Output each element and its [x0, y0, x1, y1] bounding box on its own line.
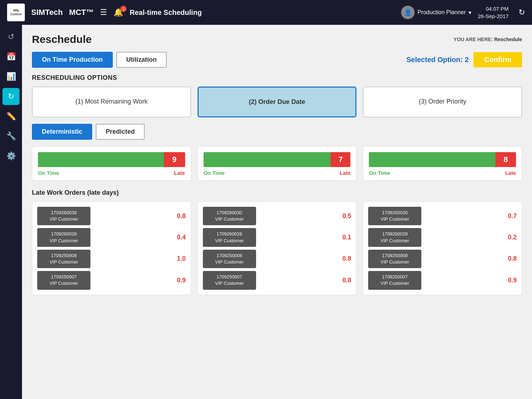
- sidebar-item-chart[interactable]: 📊: [2, 68, 20, 85]
- tab-on-time-production[interactable]: On Time Production: [32, 52, 113, 68]
- sidebar-item-settings[interactable]: ⚙️: [2, 148, 20, 165]
- list-item: 1709260030VIP Customer 0.7: [368, 207, 517, 225]
- time: 04:07 PM: [478, 5, 509, 12]
- stat-bar-row-3: 29 8: [369, 152, 516, 167]
- lwo-value: 0.8: [342, 255, 351, 262]
- sidebar-item-realtime[interactable]: ↻: [2, 88, 20, 105]
- lwo-label: 1709260028VIP Customer: [37, 228, 90, 246]
- page-title: Reschedule: [32, 33, 92, 45]
- lwo-label: 1709250007VIP Customer: [203, 271, 256, 289]
- menu-icon[interactable]: ☰: [100, 8, 107, 17]
- rescheduling-options-header: RESCHEDULING OPTIONS: [32, 74, 522, 82]
- option-1-most-remaining-work[interactable]: (1) Most Remaining Work: [32, 87, 191, 117]
- lwo-value: 0.4: [177, 234, 186, 241]
- lwo-value: 0.9: [177, 277, 186, 284]
- list-item: 1709250007VIP Customer 0.9: [37, 271, 186, 289]
- lwo-value: 0.7: [508, 212, 517, 220]
- you-are-here-label: YOU ARE HERE:: [454, 37, 493, 42]
- list-item: 1709260030VIP Customer 0.5: [203, 207, 351, 225]
- lwo-label: 1709250007VIP Customer: [37, 271, 90, 289]
- mct-label: MCT™: [69, 8, 94, 17]
- app-title: Real-time Scheduling: [129, 9, 201, 17]
- options-grid: (1) Most Remaining Work (2) Order Due Da…: [32, 87, 522, 117]
- late-value-3: 8: [504, 155, 508, 164]
- lwo-label: 1709260028VIP Customer: [203, 228, 256, 246]
- view-tabs: On Time Production Utilization: [32, 52, 167, 68]
- tab-utilization[interactable]: Utilization: [116, 52, 167, 68]
- on-time-label-2: On Time: [204, 170, 225, 176]
- option-2-label: (2) Order Due Date: [249, 98, 305, 105]
- lwo-value: 0.1: [342, 234, 351, 241]
- lwo-label: 1709260030VIP Customer: [368, 207, 421, 225]
- det-predicted-row: Deterministic Predicted: [32, 124, 522, 140]
- sidebar-item-reschedule[interactable]: ↺: [2, 28, 20, 45]
- lwo-value: 0.8: [342, 277, 351, 284]
- logo: MfgControl: [7, 4, 25, 21]
- breadcrumb-row: Reschedule YOU ARE HERE: Reschedule: [32, 33, 522, 45]
- list-item: 1709260028VIP Customer 0.2: [368, 228, 517, 246]
- lwo-label: 1709260028VIP Customer: [368, 228, 421, 246]
- user-dropdown-icon[interactable]: ▾: [469, 9, 471, 16]
- selected-option-label: Selected Option: 2: [406, 56, 469, 64]
- deterministic-button[interactable]: Deterministic: [32, 124, 92, 140]
- lwo-value: 0.9: [508, 277, 517, 284]
- sidebar-item-tools[interactable]: 🔧: [2, 128, 20, 145]
- on-time-value-2: 30: [263, 155, 271, 164]
- sidebar-item-edit[interactable]: ✏️: [2, 108, 20, 125]
- option-1-label: (1) Most Remaining Work: [75, 98, 148, 105]
- user-info[interactable]: 👤 Production Planner ▾: [401, 6, 471, 19]
- lwo-label: 1709250008VIP Customer: [203, 250, 256, 268]
- stat-bar-red-3: 8: [495, 152, 516, 167]
- stat-bar-green-3: 29: [369, 152, 495, 167]
- late-label-1: Late: [174, 170, 185, 176]
- action-area: Selected Option: 2 Confirm: [406, 52, 522, 67]
- option-3-order-priority[interactable]: (3) Order Priority: [363, 87, 522, 117]
- sidebar-item-calendar[interactable]: 📅: [2, 48, 20, 65]
- stat-bar-row-1: 28 9: [38, 152, 185, 167]
- stat-bar-row-2: 30 7: [204, 152, 351, 167]
- avatar: 👤: [401, 6, 415, 19]
- brand-name: SIMTech: [31, 8, 63, 17]
- list-item: 1709250007VIP Customer 0.8: [203, 271, 351, 289]
- lwo-label: 1709250008VIP Customer: [368, 250, 421, 268]
- late-value-1: 9: [172, 155, 177, 164]
- notification-bell[interactable]: 🔔 1: [113, 8, 123, 17]
- option-2-order-due-date[interactable]: (2) Order Due Date: [198, 87, 357, 117]
- list-item: 1709260028VIP Customer 0.1: [203, 228, 351, 246]
- confirm-button[interactable]: Confirm: [473, 52, 522, 67]
- predicted-button[interactable]: Predicted: [96, 124, 145, 140]
- late-label-2: Late: [339, 170, 350, 176]
- on-time-value-1: 28: [96, 155, 105, 164]
- late-work-orders-header: Late Work Orders (late days): [32, 189, 522, 196]
- stat-bar-red-1: 9: [164, 152, 185, 167]
- lwo-value: 0.8: [177, 212, 186, 220]
- stat-card-2: 30 7 On Time Late: [198, 146, 357, 181]
- refresh-icon[interactable]: ↻: [519, 8, 525, 17]
- lwo-label: 1709260030VIP Customer: [203, 207, 256, 225]
- lwo-card-1: 1709260030VIP Customer 0.8 1709260028VIP…: [32, 201, 191, 295]
- breadcrumb: YOU ARE HERE: Reschedule: [454, 37, 522, 42]
- main-content: Reschedule YOU ARE HERE: Reschedule On T…: [22, 25, 532, 399]
- on-time-label-1: On Time: [38, 170, 59, 176]
- on-time-value-3: 29: [428, 155, 436, 164]
- lwo-card-2: 1709260030VIP Customer 0.5 1709260028VIP…: [198, 201, 357, 295]
- option-3-label: (3) Order Priority: [419, 98, 466, 105]
- stat-bar-red-2: 7: [331, 152, 350, 167]
- list-item: 1709250008VIP Customer 0.8: [203, 250, 351, 268]
- date: 26-Sep-2017: [478, 12, 509, 20]
- lwo-label: 1709260030VIP Customer: [37, 207, 90, 225]
- list-item: 1709250007VIP Customer 0.9: [368, 271, 517, 289]
- notification-badge: 1: [120, 6, 127, 12]
- lwo-value: 0.5: [342, 212, 351, 220]
- stat-card-3: 29 8 On Time Late: [363, 146, 522, 181]
- lwo-card-3: 1709260030VIP Customer 0.7 1709260028VIP…: [363, 201, 522, 295]
- lwo-value: 1.0: [177, 255, 186, 262]
- list-item: 1709260030VIP Customer 0.8: [37, 207, 186, 225]
- tab-row: On Time Production Utilization Selected …: [32, 52, 522, 68]
- late-label-3: Late: [505, 170, 516, 176]
- late-value-2: 7: [338, 155, 343, 164]
- stat-bar-green-1: 28: [38, 152, 164, 167]
- datetime-display: 04:07 PM 26-Sep-2017: [478, 5, 509, 20]
- list-item: 1709250008VIP Customer 0.8: [368, 250, 517, 268]
- user-name: Production Planner: [417, 9, 466, 16]
